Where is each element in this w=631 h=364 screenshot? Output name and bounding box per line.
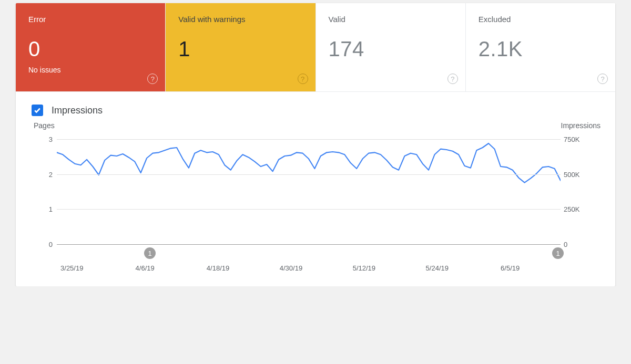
- tile-excluded-value: 2.1K: [479, 37, 603, 60]
- tile-error-label: Error: [28, 15, 152, 24]
- help-icon[interactable]: ?: [447, 74, 458, 84]
- y-axis-right-tick: 750K: [564, 136, 590, 143]
- grid-line: [57, 139, 561, 140]
- y-axis-right-tick: 0: [564, 241, 590, 248]
- x-axis-tick: 6/5/19: [501, 264, 520, 272]
- tile-valid[interactable]: Valid 174 ?: [316, 3, 466, 91]
- y-axis-right-tick: 500K: [564, 170, 590, 178]
- tile-valid-value: 174: [329, 37, 453, 60]
- tile-valid-label: Valid: [329, 15, 453, 24]
- grid-line: [57, 244, 561, 245]
- y-axis-left-tick: 2: [42, 170, 53, 178]
- impressions-label: Impressions: [52, 105, 103, 116]
- x-axis-tick: 5/12/19: [353, 264, 375, 272]
- tile-error[interactable]: Error 0 No issues ?: [16, 3, 166, 91]
- axis-title-right: Impressions: [561, 121, 601, 130]
- check-icon: [34, 107, 41, 114]
- tile-warn-value: 1: [178, 37, 302, 60]
- x-axis-tick: 4/30/19: [280, 264, 302, 272]
- grid-line: [57, 174, 561, 175]
- y-axis-left-tick: 0: [42, 241, 53, 248]
- help-icon[interactable]: ?: [298, 74, 308, 84]
- x-axis-tick: 4/18/19: [207, 264, 229, 272]
- coverage-card: Error 0 No issues ? Valid with warnings …: [16, 3, 615, 286]
- tile-excluded-label: Excluded: [479, 15, 603, 24]
- tile-excluded[interactable]: Excluded 2.1K ?: [466, 3, 615, 91]
- event-marker[interactable]: 1: [552, 247, 564, 259]
- tile-warn-label: Valid with warnings: [178, 15, 302, 24]
- chart-controls: Impressions: [16, 92, 615, 116]
- impressions-line: [57, 143, 561, 183]
- status-tiles: Error 0 No issues ? Valid with warnings …: [16, 3, 615, 92]
- y-axis-left-tick: 1: [42, 205, 53, 213]
- help-icon[interactable]: ?: [147, 74, 158, 84]
- help-icon[interactable]: ?: [597, 74, 608, 84]
- chart-area: 001250K2500K3750K3/25/194/6/194/18/194/3…: [57, 139, 561, 244]
- tile-error-sub: No issues: [28, 66, 152, 74]
- event-marker[interactable]: 1: [144, 247, 156, 259]
- tile-error-value: 0: [28, 37, 152, 60]
- tile-valid-with-warnings[interactable]: Valid with warnings 1 ?: [166, 3, 316, 91]
- y-axis-left-tick: 3: [42, 136, 53, 143]
- axis-title-left: Pages: [34, 121, 55, 130]
- x-axis-tick: 3/25/19: [60, 264, 83, 272]
- x-axis-tick: 5/24/19: [426, 264, 449, 272]
- x-axis-tick: 4/6/19: [136, 264, 155, 272]
- impressions-checkbox[interactable]: [32, 105, 43, 116]
- chart-svg: [57, 139, 561, 244]
- grid-line: [57, 209, 561, 210]
- chart-wrap: Pages Impressions 001250K2500K3750K3/25/…: [16, 116, 615, 286]
- y-axis-right-tick: 250K: [564, 205, 590, 213]
